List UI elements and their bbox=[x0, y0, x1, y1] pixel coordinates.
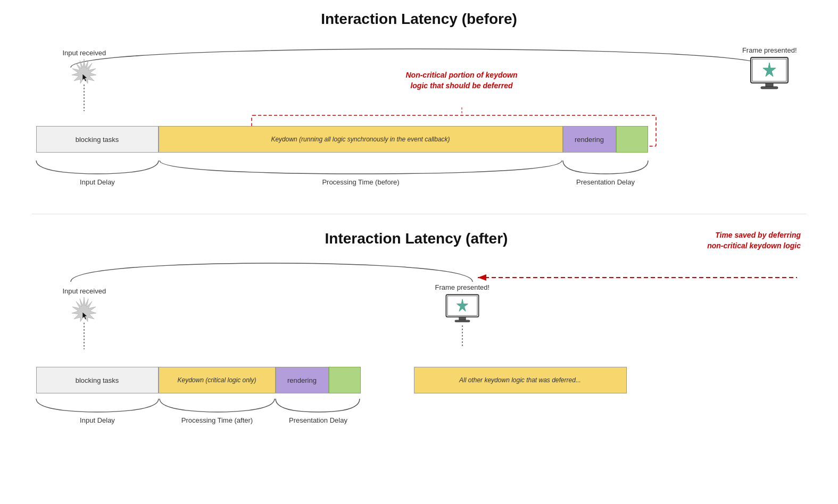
svg-rect-6 bbox=[766, 83, 773, 87]
after-blocks-row: blocking tasks Keydown (critical logic o… bbox=[36, 367, 802, 393]
after-title: Interaction Latency (after) bbox=[224, 230, 609, 247]
before-green-block bbox=[616, 126, 648, 153]
before-input-label: Input received bbox=[63, 49, 106, 57]
after-section: Interaction Latency (after) Time saved b… bbox=[32, 230, 806, 428]
svg-rect-20 bbox=[459, 317, 466, 320]
after-keydown-block: Keydown (critical logic only) bbox=[159, 367, 276, 393]
after-frame-annotation: Frame presented! bbox=[435, 283, 490, 347]
after-frame-dotted-line bbox=[462, 325, 463, 347]
after-input-dotted-line bbox=[84, 323, 85, 349]
after-deferred-block: All other keydown logic that was deferre… bbox=[414, 367, 627, 393]
svg-rect-7 bbox=[761, 87, 778, 89]
before-monitor-icon bbox=[748, 56, 791, 93]
after-frame-label: Frame presented! bbox=[435, 283, 490, 291]
before-input-annotation: Input received bbox=[63, 49, 106, 111]
svg-marker-14 bbox=[72, 297, 96, 322]
after-blocking-block: blocking tasks bbox=[36, 367, 159, 393]
svg-text:Processing Time (after): Processing Time (after) bbox=[181, 416, 252, 424]
before-bottom-braces-svg: Input Delay Processing Time (before) Pre… bbox=[36, 158, 802, 200]
section-divider bbox=[32, 214, 806, 214]
after-green-block bbox=[329, 367, 361, 393]
after-input-annotation: Input received bbox=[63, 287, 106, 349]
after-rendering-block: rendering bbox=[276, 367, 329, 393]
after-input-label: Input received bbox=[63, 287, 106, 295]
svg-text:Input Delay: Input Delay bbox=[80, 178, 115, 186]
before-starburst-icon bbox=[71, 58, 97, 85]
before-frame-label: Frame presented! bbox=[742, 46, 797, 54]
before-title: Interaction Latency (before) bbox=[32, 11, 806, 28]
diagram-container: Interaction Latency (before) Input recei… bbox=[0, 0, 838, 460]
svg-text:Presentation Delay: Presentation Delay bbox=[576, 178, 635, 186]
after-red-time-saved-annotation: Time saved by deferringnon-critical keyd… bbox=[609, 230, 806, 251]
before-frame-annotation: Frame presented! bbox=[742, 46, 797, 93]
svg-text:Presentation Delay: Presentation Delay bbox=[289, 416, 347, 424]
before-red-annotation: Non-critical portion of keydownlogic tha… bbox=[302, 70, 621, 91]
svg-rect-21 bbox=[455, 320, 470, 322]
svg-text:Processing Time (before): Processing Time (before) bbox=[322, 178, 399, 186]
svg-text:Input Delay: Input Delay bbox=[80, 416, 115, 424]
before-input-dotted-line bbox=[84, 85, 85, 111]
before-rendering-block: rendering bbox=[563, 126, 616, 153]
before-keydown-block: Keydown (running all logic synchronously… bbox=[159, 126, 563, 153]
svg-marker-0 bbox=[72, 59, 96, 83]
after-monitor-icon bbox=[444, 293, 481, 325]
after-top-brace-svg bbox=[36, 258, 802, 284]
before-section: Interaction Latency (before) Input recei… bbox=[32, 11, 806, 192]
after-bottom-braces-svg: Input Delay Processing Time (after) Pres… bbox=[36, 396, 802, 439]
before-blocks-row: blocking tasks Keydown (running all logi… bbox=[36, 126, 802, 153]
after-starburst-icon bbox=[71, 296, 97, 323]
before-blocking-block: blocking tasks bbox=[36, 126, 159, 153]
before-top-brace-svg bbox=[36, 44, 802, 70]
